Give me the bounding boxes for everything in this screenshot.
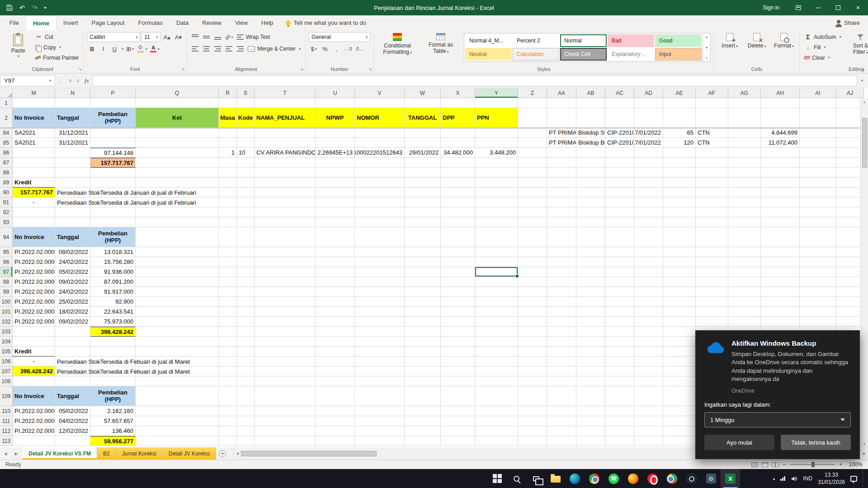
cell-AI99[interactable]	[800, 287, 836, 297]
zoom-slider-thumb[interactable]	[811, 462, 815, 467]
style-chip-normal-4-m[interactable]: Normal 4_M...	[465, 34, 512, 47]
cell-Y107[interactable]	[475, 366, 518, 376]
cell-W89[interactable]	[405, 178, 441, 188]
font-color-button[interactable]: A▾	[149, 44, 160, 54]
cell-AD84[interactable]: 17/01/2022	[634, 128, 663, 138]
cell-AJ99[interactable]	[836, 287, 860, 297]
cell-M96[interactable]: PI.2022.02.00043	[13, 257, 55, 267]
cell-AH100[interactable]	[761, 297, 800, 307]
cell-Q86[interactable]	[136, 148, 219, 158]
save-button[interactable]	[5, 2, 14, 14]
col-header-V[interactable]: V	[355, 88, 405, 98]
cell-X97[interactable]	[441, 267, 475, 277]
cell-AC108[interactable]	[605, 376, 634, 386]
cell-Q105[interactable]	[136, 347, 219, 357]
cell-Y91[interactable]	[475, 197, 518, 207]
cell-X113[interactable]	[441, 436, 475, 446]
cell-AH98[interactable]	[761, 277, 800, 287]
cell-N84[interactable]: 31/12/2021	[55, 128, 90, 138]
zoom-slider[interactable]	[790, 464, 835, 465]
cell-N95[interactable]: 08/02/2022	[55, 247, 90, 257]
cell-P112[interactable]: 136.460	[90, 426, 136, 436]
cell-S95[interactable]	[237, 247, 255, 257]
align-right-button[interactable]	[212, 44, 222, 54]
cell-AB104[interactable]	[576, 337, 605, 347]
cell-AC113[interactable]	[605, 436, 634, 446]
col-header-Z[interactable]: Z	[518, 88, 547, 98]
action-center-button[interactable]	[850, 476, 857, 482]
cell-W95[interactable]	[405, 247, 441, 257]
cell-Z95[interactable]	[518, 247, 547, 257]
cell-Q95[interactable]	[136, 247, 219, 257]
cell-AF93[interactable]	[696, 217, 728, 227]
cell-M108[interactable]	[13, 376, 55, 386]
col-header-AA[interactable]: AA	[547, 88, 576, 98]
cell-AB109[interactable]	[576, 386, 605, 406]
row-header-111[interactable]: 111	[0, 416, 13, 426]
cell-AE90[interactable]	[663, 188, 696, 197]
cell-S94[interactable]	[237, 227, 255, 247]
cell-R97[interactable]	[219, 267, 237, 277]
cell-AB1[interactable]	[576, 98, 605, 108]
cell-AH89[interactable]	[761, 178, 800, 188]
cell-S88[interactable]	[237, 168, 255, 178]
cell-Z97[interactable]	[518, 267, 547, 277]
font-family-select[interactable]: Calibri▾	[87, 32, 140, 42]
cell-T85[interactable]	[255, 138, 316, 148]
row-header-95[interactable]: 95	[0, 247, 13, 257]
cell-Y102[interactable]	[475, 317, 518, 327]
align-top-button[interactable]	[190, 32, 200, 42]
cell-AB84[interactable]: Biskitop Sti	[576, 128, 605, 138]
cell-AE87[interactable]	[663, 158, 696, 168]
cell-V103[interactable]	[355, 327, 405, 337]
cell-P101[interactable]: 22.643.541	[90, 307, 136, 317]
cell-AH86[interactable]	[761, 148, 800, 158]
cell-N94[interactable]: Tanggal	[55, 227, 90, 247]
cell-Y105[interactable]	[475, 347, 518, 357]
style-chip-input[interactable]: Input	[655, 48, 702, 61]
cell-AA97[interactable]	[547, 267, 576, 277]
cell-AA102[interactable]	[547, 317, 576, 327]
cell-AD107[interactable]	[634, 366, 663, 376]
cell-S87[interactable]	[237, 158, 255, 168]
cell-X101[interactable]	[441, 307, 475, 317]
taskbar-chrome-button[interactable]	[585, 469, 604, 488]
cell-AE2[interactable]	[663, 108, 696, 128]
cell-AA85[interactable]: PT PRIMA	[547, 138, 576, 148]
cell-AD88[interactable]	[634, 168, 663, 178]
row-header-104[interactable]: 104	[0, 337, 13, 347]
cell-R112[interactable]	[219, 426, 237, 436]
row-header-1[interactable]: 1	[0, 98, 13, 108]
taskbar-edge-button[interactable]	[565, 469, 585, 488]
number-dialog-launcher[interactable]: ⇘	[369, 67, 373, 71]
cell-AA89[interactable]	[547, 178, 576, 188]
cell-AF98[interactable]	[696, 277, 728, 287]
cell-M98[interactable]: PI.2022.02.00008	[13, 277, 55, 287]
cell-Z112[interactable]	[518, 426, 547, 436]
tab-file[interactable]: File	[3, 15, 26, 30]
style-chip-check-cell[interactable]: Check Cell	[560, 48, 607, 61]
cell-AC86[interactable]	[605, 148, 634, 158]
cell-AE113[interactable]	[663, 436, 696, 446]
cell-AF92[interactable]	[696, 207, 728, 217]
cell-V112[interactable]	[355, 426, 405, 436]
cell-X87[interactable]	[441, 158, 475, 168]
increase-decimal-button[interactable]: ←.0	[343, 44, 353, 54]
cell-AF86[interactable]	[696, 148, 728, 158]
cut-button[interactable]: ✂Cut	[34, 32, 80, 42]
tab-home[interactable]: Home	[26, 15, 57, 30]
cell-AE89[interactable]	[663, 178, 696, 188]
cell-Z104[interactable]	[518, 337, 547, 347]
cell-M2[interactable]: No Invoice	[13, 108, 55, 128]
cell-N90[interactable]: Persediaan StokTersedia di Januari di ju…	[55, 188, 90, 197]
cell-AC107[interactable]	[605, 366, 634, 376]
cell-Y2[interactable]: PPN	[475, 108, 518, 128]
cell-N92[interactable]	[55, 207, 90, 217]
cell-T106[interactable]	[255, 357, 316, 366]
cell-T92[interactable]	[255, 207, 316, 217]
cell-AJ85[interactable]	[836, 138, 860, 148]
volume-icon[interactable]	[791, 475, 797, 482]
cell-S106[interactable]	[237, 357, 255, 366]
cell-AG102[interactable]	[728, 317, 761, 327]
cell-AG99[interactable]	[728, 287, 761, 297]
